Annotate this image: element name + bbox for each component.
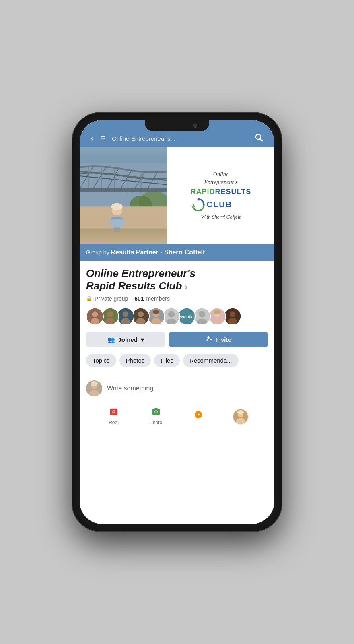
search-icon[interactable] — [254, 133, 263, 144]
write-row[interactable]: Write something... — [86, 380, 268, 396]
photo-icon — [152, 407, 161, 418]
invite-person-icon — [206, 336, 212, 343]
music-icon — [194, 410, 203, 421]
group-name[interactable]: Online Entrepreneur's Rapid Results Club… — [86, 267, 268, 292]
group-info-bar: Group by Results Partner - Sherri Coffel… — [80, 244, 274, 261]
logo: Online Entrepreneur's RAPID RESULTS — [191, 171, 251, 220]
menu-button[interactable]: ≡ — [100, 133, 105, 144]
group-by-label: Group by — [86, 249, 111, 256]
member-avatar-7[interactable]: .ssential — [178, 308, 196, 325]
svg-point-46 — [168, 311, 175, 318]
tab-recommendations[interactable]: Recommenda... — [183, 354, 239, 367]
joined-label: Joined — [118, 336, 138, 343]
logo-subtitle: With Sherri Coffelt — [191, 214, 251, 220]
tab-row: Topics Photos Files Recommenda... — [86, 354, 268, 367]
svg-line-1 — [260, 139, 262, 141]
content-divider — [80, 374, 274, 374]
member-avatars: .ssential — [86, 308, 268, 325]
group-meta: 🔒 Private group · 601 members — [86, 295, 268, 302]
reel-icon — [109, 407, 118, 418]
member-avatar-1[interactable] — [86, 308, 104, 325]
group-name-chevron[interactable]: › — [185, 282, 188, 291]
tab-photos[interactable]: Photos — [119, 354, 151, 367]
camera — [193, 124, 197, 128]
svg-rect-26 — [114, 227, 120, 232]
member-avatar-6[interactable] — [163, 308, 180, 325]
screen-content: ‹ ≡ Online Entrepreneur's... — [80, 120, 274, 524]
member-avatar-8[interactable] — [193, 308, 211, 325]
bottom-nav: Reel Photo — [86, 403, 268, 429]
invite-label: Invite — [216, 336, 231, 343]
members-label: members — [146, 295, 170, 302]
svg-point-30 — [92, 312, 98, 318]
notch — [145, 120, 209, 131]
cover-photo: Online Entrepreneur's RAPID RESULTS — [80, 147, 274, 244]
dot-separator: · — [130, 295, 132, 302]
phone-device: ‹ ≡ Online Entrepreneur's... — [72, 113, 282, 531]
group-by-name[interactable]: Results Partner - Sherri Coffelt — [111, 249, 205, 256]
svg-rect-21 — [80, 188, 167, 192]
back-button[interactable]: ‹ — [91, 133, 94, 144]
svg-point-66 — [91, 381, 98, 386]
main-content: Online Entrepreneur's Rapid Results Club… — [80, 261, 274, 436]
svg-point-58 — [230, 312, 236, 318]
joined-icon: 👥 — [107, 336, 115, 343]
privacy-label: Private group — [95, 295, 128, 302]
svg-point-39 — [138, 312, 144, 318]
svg-point-36 — [123, 312, 129, 318]
lock-icon: 🔒 — [86, 296, 92, 301]
tab-files[interactable]: Files — [154, 354, 180, 367]
photo-label: Photo — [150, 420, 162, 425]
svg-point-51 — [199, 311, 205, 318]
joined-button[interactable]: 👥 Joined ▾ — [86, 332, 165, 347]
svg-rect-73 — [154, 408, 157, 410]
logo-circle-icon — [191, 198, 205, 212]
member-count: 601 — [134, 295, 144, 302]
member-avatar-3[interactable] — [117, 308, 134, 325]
nav-title: Online Entrepreneur's... — [112, 135, 175, 142]
action-buttons: 👥 Joined ▾ Invite — [86, 332, 268, 347]
bottom-nav-photo[interactable]: Photo — [135, 407, 177, 425]
member-avatar-2[interactable] — [101, 308, 119, 325]
svg-point-44 — [153, 310, 159, 314]
svg-point-72 — [155, 411, 157, 413]
phone-screen: ‹ ≡ Online Entrepreneur's... — [80, 120, 274, 524]
logo-results: RESULTS — [215, 188, 251, 196]
svg-point-78 — [237, 410, 243, 415]
current-user-avatar — [86, 380, 102, 396]
member-avatar-10[interactable] — [224, 308, 241, 325]
svg-point-56 — [214, 310, 221, 314]
tab-topics[interactable]: Topics — [86, 354, 116, 367]
member-avatar-9[interactable] — [208, 308, 226, 325]
chevron-down-icon: ▾ — [141, 336, 144, 343]
svg-point-60 — [207, 336, 209, 339]
reel-label: Reel — [109, 420, 119, 425]
svg-text:.ssential: .ssential — [179, 315, 195, 320]
bottom-nav-reel[interactable]: Reel — [93, 407, 135, 425]
member-avatar-4[interactable] — [132, 308, 150, 325]
invite-button[interactable]: Invite — [169, 332, 268, 347]
logo-script-text: Online Entrepreneur's — [191, 171, 251, 186]
member-avatar-5[interactable] — [147, 308, 165, 325]
cover-photo-right: Online Entrepreneur's RAPID RESULTS — [167, 147, 274, 244]
bottom-nav-profile[interactable] — [219, 409, 261, 425]
svg-point-33 — [107, 312, 113, 318]
logo-rapid: RAPID — [191, 188, 215, 196]
cover-photo-left — [80, 147, 167, 244]
nav-left: ‹ ≡ Online Entrepreneur's... — [91, 133, 175, 144]
profile-avatar[interactable] — [233, 409, 249, 425]
svg-point-69 — [113, 411, 115, 413]
logo-club-row: CLUB — [191, 198, 251, 212]
write-something-input[interactable]: Write something... — [107, 385, 268, 392]
logo-club-text: CLUB — [207, 200, 233, 209]
bottom-nav-music[interactable] — [177, 410, 219, 423]
svg-point-25 — [111, 203, 122, 210]
logo-main-text: RAPID RESULTS — [191, 188, 251, 196]
